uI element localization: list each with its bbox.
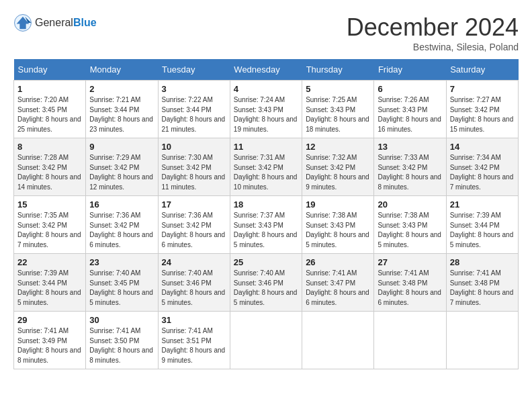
day-number: 22 <box>17 257 82 267</box>
day-info: Sunrise: 7:40 AMSunset: 3:46 PMDaylight:… <box>162 269 226 306</box>
day-info: Sunrise: 7:41 AMSunset: 3:49 PMDaylight:… <box>17 327 81 364</box>
calendar-cell: 19 Sunrise: 7:38 AMSunset: 3:43 PMDaylig… <box>302 196 374 254</box>
calendar-cell: 14 Sunrise: 7:34 AMSunset: 3:42 PMDaylig… <box>446 138 518 196</box>
day-info: Sunrise: 7:34 AMSunset: 3:42 PMDaylight:… <box>450 154 514 191</box>
day-info: Sunrise: 7:26 AMSunset: 3:43 PMDaylight:… <box>378 96 441 133</box>
day-info: Sunrise: 7:38 AMSunset: 3:43 PMDaylight:… <box>378 212 441 248</box>
calendar-cell: 9 Sunrise: 7:29 AMSunset: 3:42 PMDayligh… <box>86 138 158 196</box>
calendar-week-1: 1 Sunrise: 7:20 AMSunset: 3:45 PMDayligh… <box>14 81 519 138</box>
day-number: 8 <box>17 142 82 152</box>
logo-text: GeneralBlue <box>35 17 97 29</box>
day-info: Sunrise: 7:32 AMSunset: 3:42 PMDaylight:… <box>306 154 369 191</box>
calendar-table: Sunday Monday Tuesday Wednesday Thursday… <box>13 59 519 369</box>
day-number: 6 <box>378 84 442 94</box>
day-info: Sunrise: 7:28 AMSunset: 3:42 PMDaylight:… <box>17 154 81 191</box>
day-info: Sunrise: 7:40 AMSunset: 3:45 PMDaylight:… <box>89 269 153 306</box>
col-wednesday: Wednesday <box>230 59 302 81</box>
day-info: Sunrise: 7:31 AMSunset: 3:42 PMDaylight:… <box>234 154 298 191</box>
day-info: Sunrise: 7:41 AMSunset: 3:50 PMDaylight:… <box>89 327 153 364</box>
logo-blue: Blue <box>73 17 97 28</box>
calendar-cell: 31 Sunrise: 7:41 AMSunset: 3:51 PMDaylig… <box>158 312 230 369</box>
month-title: December 2024 <box>347 13 519 42</box>
calendar-cell: 7 Sunrise: 7:27 AMSunset: 3:42 PMDayligh… <box>446 81 518 138</box>
day-info: Sunrise: 7:35 AMSunset: 3:42 PMDaylight:… <box>17 212 81 248</box>
calendar-cell: 13 Sunrise: 7:33 AMSunset: 3:42 PMDaylig… <box>374 138 446 196</box>
day-info: Sunrise: 7:22 AMSunset: 3:44 PMDaylight:… <box>162 96 226 133</box>
day-number: 14 <box>450 142 515 152</box>
day-number: 3 <box>162 84 226 94</box>
day-info: Sunrise: 7:36 AMSunset: 3:42 PMDaylight:… <box>89 212 153 248</box>
calendar-cell <box>374 312 446 369</box>
day-info: Sunrise: 7:20 AMSunset: 3:45 PMDaylight:… <box>17 96 81 133</box>
day-number: 11 <box>234 142 298 152</box>
day-info: Sunrise: 7:41 AMSunset: 3:47 PMDaylight:… <box>306 269 369 306</box>
day-info: Sunrise: 7:25 AMSunset: 3:43 PMDaylight:… <box>306 96 369 133</box>
calendar-cell: 3 Sunrise: 7:22 AMSunset: 3:44 PMDayligh… <box>158 81 230 138</box>
col-thursday: Thursday <box>302 59 374 81</box>
calendar-week-2: 8 Sunrise: 7:28 AMSunset: 3:42 PMDayligh… <box>14 138 519 196</box>
day-number: 1 <box>17 84 82 94</box>
day-info: Sunrise: 7:38 AMSunset: 3:43 PMDaylight:… <box>306 212 369 248</box>
col-tuesday: Tuesday <box>158 59 230 81</box>
day-info: Sunrise: 7:24 AMSunset: 3:43 PMDaylight:… <box>234 96 298 133</box>
logo: GeneralBlue <box>13 13 97 32</box>
day-info: Sunrise: 7:37 AMSunset: 3:43 PMDaylight:… <box>234 212 298 248</box>
day-number: 13 <box>378 142 442 152</box>
calendar-cell: 21 Sunrise: 7:39 AMSunset: 3:44 PMDaylig… <box>446 196 518 254</box>
calendar-week-5: 29 Sunrise: 7:41 AMSunset: 3:49 PMDaylig… <box>14 312 519 369</box>
calendar-cell: 2 Sunrise: 7:21 AMSunset: 3:44 PMDayligh… <box>86 81 158 138</box>
calendar-cell: 4 Sunrise: 7:24 AMSunset: 3:43 PMDayligh… <box>230 81 302 138</box>
calendar-cell: 24 Sunrise: 7:40 AMSunset: 3:46 PMDaylig… <box>158 254 230 312</box>
day-number: 12 <box>306 142 370 152</box>
calendar-cell: 27 Sunrise: 7:41 AMSunset: 3:48 PMDaylig… <box>374 254 446 312</box>
calendar-cell: 5 Sunrise: 7:25 AMSunset: 3:43 PMDayligh… <box>302 81 374 138</box>
day-number: 25 <box>234 257 298 267</box>
day-info: Sunrise: 7:33 AMSunset: 3:42 PMDaylight:… <box>378 154 441 191</box>
col-sunday: Sunday <box>14 59 86 81</box>
day-number: 2 <box>89 84 154 94</box>
title-block: December 2024 Bestwina, Silesia, Poland <box>347 13 519 52</box>
day-number: 28 <box>450 257 515 267</box>
logo-icon <box>13 13 32 32</box>
calendar-week-4: 22 Sunrise: 7:39 AMSunset: 3:44 PMDaylig… <box>14 254 519 312</box>
calendar-cell <box>230 312 302 369</box>
calendar-cell: 29 Sunrise: 7:41 AMSunset: 3:49 PMDaylig… <box>14 312 86 369</box>
calendar-cell: 20 Sunrise: 7:38 AMSunset: 3:43 PMDaylig… <box>374 196 446 254</box>
day-info: Sunrise: 7:40 AMSunset: 3:46 PMDaylight:… <box>234 269 298 306</box>
calendar-cell: 17 Sunrise: 7:36 AMSunset: 3:42 PMDaylig… <box>158 196 230 254</box>
day-number: 27 <box>378 257 442 267</box>
day-number: 23 <box>89 257 154 267</box>
calendar-cell: 10 Sunrise: 7:30 AMSunset: 3:42 PMDaylig… <box>158 138 230 196</box>
calendar-cell: 25 Sunrise: 7:40 AMSunset: 3:46 PMDaylig… <box>230 254 302 312</box>
header-row: Sunday Monday Tuesday Wednesday Thursday… <box>14 59 519 81</box>
calendar-week-3: 15 Sunrise: 7:35 AMSunset: 3:42 PMDaylig… <box>14 196 519 254</box>
calendar-cell: 11 Sunrise: 7:31 AMSunset: 3:42 PMDaylig… <box>230 138 302 196</box>
page-header: GeneralBlue December 2024 Bestwina, Sile… <box>13 13 519 52</box>
calendar-cell: 6 Sunrise: 7:26 AMSunset: 3:43 PMDayligh… <box>374 81 446 138</box>
calendar-cell: 30 Sunrise: 7:41 AMSunset: 3:50 PMDaylig… <box>86 312 158 369</box>
day-info: Sunrise: 7:41 AMSunset: 3:48 PMDaylight:… <box>378 269 441 306</box>
day-number: 9 <box>89 142 154 152</box>
calendar-cell <box>302 312 374 369</box>
day-number: 18 <box>234 199 298 210</box>
day-number: 10 <box>162 142 226 152</box>
calendar-cell: 1 Sunrise: 7:20 AMSunset: 3:45 PMDayligh… <box>14 81 86 138</box>
day-info: Sunrise: 7:27 AMSunset: 3:42 PMDaylight:… <box>450 96 514 133</box>
location: Bestwina, Silesia, Poland <box>347 42 519 52</box>
day-number: 7 <box>450 84 515 94</box>
day-info: Sunrise: 7:41 AMSunset: 3:51 PMDaylight:… <box>162 327 226 364</box>
day-number: 15 <box>17 199 82 210</box>
col-saturday: Saturday <box>446 59 518 81</box>
calendar-cell: 26 Sunrise: 7:41 AMSunset: 3:47 PMDaylig… <box>302 254 374 312</box>
day-info: Sunrise: 7:41 AMSunset: 3:48 PMDaylight:… <box>450 269 514 306</box>
day-info: Sunrise: 7:21 AMSunset: 3:44 PMDaylight:… <box>89 96 153 133</box>
day-info: Sunrise: 7:39 AMSunset: 3:44 PMDaylight:… <box>450 212 514 248</box>
day-number: 31 <box>162 315 226 325</box>
day-number: 16 <box>89 199 154 210</box>
calendar-cell: 18 Sunrise: 7:37 AMSunset: 3:43 PMDaylig… <box>230 196 302 254</box>
calendar-cell <box>446 312 518 369</box>
calendar-cell: 12 Sunrise: 7:32 AMSunset: 3:42 PMDaylig… <box>302 138 374 196</box>
day-number: 20 <box>378 199 442 210</box>
day-number: 21 <box>450 199 515 210</box>
day-number: 26 <box>306 257 370 267</box>
